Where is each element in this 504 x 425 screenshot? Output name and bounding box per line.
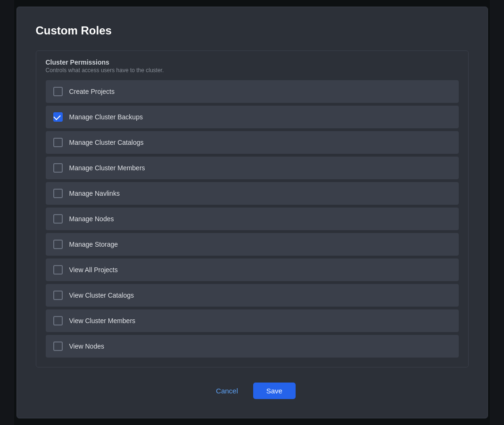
permission-label-view-all-projects: View All Projects (69, 266, 118, 274)
permission-item-manage-cluster-members[interactable]: Manage Cluster Members (46, 157, 459, 179)
checkbox-create-projects[interactable] (53, 87, 63, 96)
permission-label-create-projects: Create Projects (69, 88, 115, 95)
checkbox-manage-nodes[interactable] (53, 214, 63, 224)
checkbox-view-cluster-members[interactable] (53, 316, 63, 325)
permissions-section: Cluster Permissions Controls what access… (36, 50, 469, 367)
section-title: Cluster Permissions (46, 58, 459, 66)
checkbox-view-nodes[interactable] (53, 342, 63, 351)
permission-item-view-cluster-members[interactable]: View Cluster Members (46, 309, 459, 332)
permission-item-manage-navlinks[interactable]: Manage Navlinks (46, 182, 459, 205)
modal-backdrop: Custom Roles Cluster Permissions Control… (0, 0, 504, 425)
checkbox-manage-navlinks[interactable] (53, 189, 63, 198)
permission-label-manage-cluster-catalogs: Manage Cluster Catalogs (69, 139, 144, 146)
permission-item-manage-cluster-backups[interactable]: Manage Cluster Backups (46, 106, 459, 128)
permission-item-create-projects[interactable]: Create Projects (46, 80, 459, 103)
permission-label-manage-cluster-backups: Manage Cluster Backups (69, 113, 143, 121)
permission-item-manage-nodes[interactable]: Manage Nodes (46, 208, 459, 230)
modal-footer: Cancel Save (36, 383, 469, 399)
permission-label-view-cluster-catalogs: View Cluster Catalogs (69, 292, 134, 299)
permission-label-view-cluster-members: View Cluster Members (69, 317, 136, 325)
checkbox-manage-cluster-catalogs[interactable] (53, 138, 63, 147)
permission-item-view-cluster-catalogs[interactable]: View Cluster Catalogs (46, 284, 459, 307)
permission-label-manage-nodes: Manage Nodes (69, 215, 114, 223)
custom-roles-modal: Custom Roles Cluster Permissions Control… (17, 7, 488, 418)
checkbox-view-all-projects[interactable] (53, 265, 63, 275)
permission-label-manage-navlinks: Manage Navlinks (69, 190, 120, 197)
save-button[interactable]: Save (253, 383, 296, 399)
cancel-button[interactable]: Cancel (208, 383, 246, 399)
permission-item-manage-storage[interactable]: Manage Storage (46, 233, 459, 256)
checkbox-view-cluster-catalogs[interactable] (53, 291, 63, 300)
permission-item-manage-cluster-catalogs[interactable]: Manage Cluster Catalogs (46, 131, 459, 154)
checkbox-manage-cluster-backups[interactable] (53, 112, 63, 122)
checkbox-manage-storage[interactable] (53, 240, 63, 249)
permission-item-view-all-projects[interactable]: View All Projects (46, 258, 459, 281)
modal-title: Custom Roles (36, 24, 469, 37)
permission-label-view-nodes: View Nodes (69, 342, 104, 350)
permissions-list: Create ProjectsManage Cluster BackupsMan… (46, 80, 459, 358)
checkbox-manage-cluster-members[interactable] (53, 163, 63, 173)
permission-label-manage-cluster-members: Manage Cluster Members (69, 164, 145, 172)
section-subtitle: Controls what access users have to the c… (46, 67, 459, 74)
permission-label-manage-storage: Manage Storage (69, 241, 118, 248)
permission-item-view-nodes[interactable]: View Nodes (46, 335, 459, 358)
